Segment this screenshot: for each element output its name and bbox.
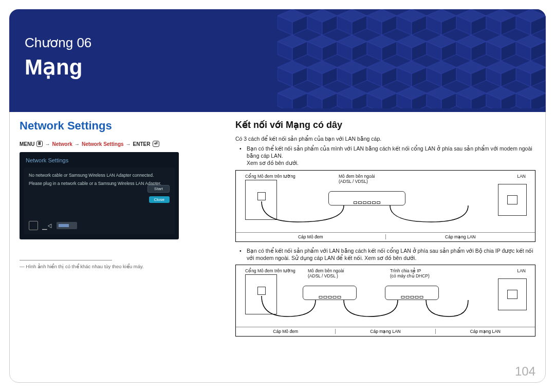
- hero-pattern: [278, 9, 546, 108]
- bullet-1: Bạn có thể kết nối sản phẩm của mình với…: [247, 145, 535, 167]
- page-number: 104: [515, 364, 535, 379]
- d2-sub1: Cáp Mô đem: [236, 329, 336, 334]
- chapter-label: Chương 06: [25, 35, 91, 51]
- arrow-icon: →: [75, 141, 80, 147]
- plug-icon: ⎯◁: [42, 221, 52, 230]
- bullet-1-text-a: Bạn có thể kết nối sản phẩm của mình với…: [247, 145, 532, 159]
- intro-text: Có 3 cách để kết nối sản phẩm của bạn vớ…: [235, 136, 535, 142]
- lan-port-icon: [29, 221, 38, 230]
- port-row: ⎯◁: [29, 221, 77, 230]
- arrow-icon: →: [45, 141, 50, 147]
- svg-rect-3: [278, 9, 546, 108]
- content: Network Settings MENU Ⅲ → Network → Netw…: [20, 119, 535, 366]
- bc-network: Network: [52, 141, 72, 147]
- bc-enter: ENTER: [133, 141, 151, 147]
- right-column: Kết nối với Mạng có dây Có 3 cách để kết…: [235, 119, 535, 366]
- cable-paths: [236, 265, 535, 336]
- right-title: Kết nối với Mạng có dây: [235, 119, 535, 130]
- d2-sub3: Cáp mạng LAN: [436, 329, 535, 334]
- enter-icon: ⏎: [153, 141, 159, 147]
- d1-sub1: Cáp Mô đem: [236, 234, 386, 239]
- start-button[interactable]: Start: [147, 185, 170, 193]
- d2-sub2: Cáp mạng LAN: [336, 329, 435, 334]
- bullet-list-2: Bạn có thể kết nối sản phẩm với LAN bằng…: [235, 247, 535, 262]
- close-button[interactable]: Close: [149, 196, 170, 203]
- wireless-adapter-icon: [57, 222, 77, 229]
- d1-sublabels: Cáp Mô đem Cáp mạng LAN: [236, 232, 535, 239]
- footnote: ― Hình ảnh hiển thị có thể khác nhau tùy…: [20, 264, 215, 269]
- menu-breadcrumb: MENU Ⅲ → Network → Network Settings → EN…: [20, 141, 215, 147]
- diagram-1: Cổng Mô đem trên tường Mô đem bên ngoài …: [235, 170, 535, 242]
- screenshot-header: Network Settings: [24, 156, 175, 167]
- d1-sub2: Cáp mạng LAN: [386, 234, 535, 239]
- bullet-2: Bạn có thể kết nối sản phẩm với LAN bằng…: [247, 247, 535, 262]
- screenshot-body: No network cable or Samsung Wireless LAN…: [24, 167, 175, 234]
- diagram-2: Cổng Mô đem trên tường Mô đem bên ngoài …: [235, 265, 535, 337]
- d2-sublabels: Cáp Mô đem Cáp mạng LAN Cáp mạng LAN: [236, 327, 535, 334]
- left-column: Network Settings MENU Ⅲ → Network → Netw…: [20, 119, 215, 366]
- menu-icon: Ⅲ: [36, 141, 43, 147]
- cable-paths: [236, 171, 535, 241]
- bullet-1-text-b: Xem sơ đồ bên dưới.: [247, 160, 299, 166]
- arrow-icon: →: [126, 141, 131, 147]
- bc-settings: Network Settings: [82, 141, 124, 147]
- section-title: Network Settings: [20, 119, 215, 133]
- ui-screenshot: Network Settings No network cable or Sam…: [20, 152, 179, 239]
- chapter-title: Mạng: [25, 54, 82, 80]
- divider: [20, 260, 112, 260]
- bc-menu: MENU: [20, 141, 34, 147]
- bullet-list: Bạn có thể kết nối sản phẩm của mình với…: [235, 145, 535, 167]
- bullet-2-text: Bạn có thể kết nối sản phẩm với LAN bằng…: [247, 248, 533, 261]
- chapter-hero: Chương 06 Mạng: [9, 9, 546, 112]
- screenshot-line1: No network cable or Samsung Wireless LAN…: [29, 173, 170, 178]
